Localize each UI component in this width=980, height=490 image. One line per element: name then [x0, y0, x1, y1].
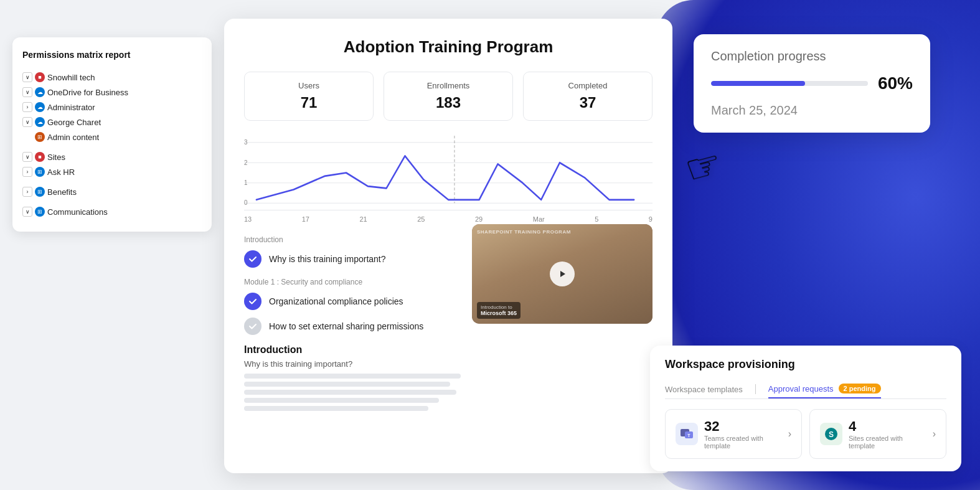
left-panel-title: Permissions matrix report: [22, 50, 202, 60]
chart-x-labels: 13 17 21 25 29 Mar 5 9: [244, 215, 653, 223]
sharepoint-tile-number: 4: [849, 418, 926, 435]
toggle-snowhill[interactable]: ∨: [22, 72, 32, 82]
icon-admincontent: ⊞: [35, 132, 45, 142]
stats-row: Users 71 Enrollments 183 Completed 37: [244, 72, 653, 121]
main-training-card: Adoption Training Program Users 71 Enrol…: [224, 19, 672, 473]
main-layout: Permissions matrix report ∨ ■ Snowhill t…: [0, 0, 980, 490]
tab-workspace-templates[interactable]: Workspace templates: [665, 381, 743, 398]
icon-askhr: ⊞: [35, 167, 45, 177]
tree-item-admincontent[interactable]: ⊞ Admin content: [22, 130, 202, 144]
icon-benefits: ⊞: [35, 187, 45, 197]
play-button[interactable]: [550, 261, 575, 286]
stat-users-label: Users: [255, 81, 363, 90]
text-line-3: [244, 390, 456, 395]
intro-title: Introduction: [244, 344, 461, 356]
toggle-benefits[interactable]: ›: [22, 187, 32, 197]
completion-date: March 25, 2024: [711, 103, 913, 118]
progress-bar-fill: [711, 81, 805, 86]
stat-users-value: 71: [255, 94, 363, 111]
svg-text:1: 1: [244, 179, 248, 186]
icon-onedrive: ☁: [35, 87, 45, 97]
tree-item-sites[interactable]: ∨ ■ Sites: [22, 149, 202, 164]
video-label-line2: Microsoft 365: [481, 310, 517, 316]
tab-approval-requests[interactable]: Approval requests 2 pending: [768, 380, 881, 398]
spacer-admincontent: [22, 132, 32, 142]
check-compliance: [244, 293, 261, 310]
icon-administrator: ☁: [35, 102, 45, 112]
teams-tile-number: 32: [704, 418, 782, 435]
toggle-sites[interactable]: ∨: [22, 152, 32, 162]
text-line-2: [244, 382, 450, 387]
tree-item-benefits[interactable]: › ⊞ Benefits: [22, 184, 202, 199]
label-admincontent: Admin content: [47, 133, 99, 142]
intro-block: Introduction Why is this training import…: [244, 344, 461, 411]
text-line-1: [244, 374, 461, 379]
icon-communications: ⊞: [35, 207, 45, 217]
workspace-tile-teams[interactable]: T 32 Teams created with template ›: [665, 409, 802, 459]
svg-text:3: 3: [244, 139, 248, 146]
x-label-29: 29: [475, 215, 483, 223]
progress-row: 60%: [711, 73, 913, 93]
label-george: George Charet: [47, 118, 101, 127]
tree-item-george[interactable]: ∨ ☁ George Charet: [22, 115, 202, 130]
x-label-5: 5: [595, 215, 598, 223]
label-sites: Sites: [47, 153, 65, 162]
video-label-line1: Introduction to: [481, 304, 517, 310]
workspace-tiles-grid: T 32 Teams created with template › S: [665, 409, 946, 459]
video-thumbnail[interactable]: SHAREPOINT TRAINING PROGRAM Introduction…: [472, 224, 653, 324]
text-line-4: [244, 398, 439, 403]
tree-item-snowhill[interactable]: ∨ ■ Snowhill tech: [22, 70, 202, 85]
tree-item-administrator[interactable]: › ☁ Administrator: [22, 100, 202, 115]
pending-badge: 2 pending: [839, 384, 881, 393]
icon-george: ☁: [35, 117, 45, 127]
label-snowhill: Snowhill tech: [47, 73, 95, 82]
sharepoint-tile-arrow[interactable]: ›: [933, 428, 936, 440]
workspace-provisioning-card: Workspace provisioning Workspace templat…: [650, 346, 961, 471]
video-label: Introduction to Microsoft 365: [477, 302, 521, 319]
svg-marker-9: [560, 271, 565, 277]
chart-svg: 3 2 1 0: [244, 136, 653, 210]
label-onedrive: OneDrive for Business: [47, 88, 128, 97]
toggle-askhr[interactable]: ›: [22, 167, 32, 177]
label-administrator: Administrator: [47, 103, 95, 112]
module-text-sharing: How to set external sharing permissions: [269, 321, 423, 331]
workspace-tabs: Workspace templates Approval requests 2 …: [665, 380, 946, 399]
workspace-tile-sharepoint[interactable]: S 4 Sites created with template ›: [809, 409, 946, 459]
teams-icon: T: [676, 423, 698, 445]
stat-completed-value: 37: [534, 94, 642, 111]
intro-text-lines: [244, 374, 461, 411]
teams-tile-content: 32 Teams created with template: [704, 418, 782, 450]
completion-card: Completion progress 60% March 25, 2024: [694, 34, 930, 133]
stat-completed-label: Completed: [534, 81, 642, 90]
completion-percent: 60%: [878, 73, 913, 93]
training-title: Adoption Training Program: [244, 37, 653, 57]
stat-enrollments-label: Enrollments: [394, 81, 502, 90]
check-why: [244, 250, 261, 268]
teams-tile-arrow[interactable]: ›: [788, 428, 791, 440]
x-label-13: 13: [244, 215, 252, 223]
tree-item-onedrive[interactable]: ∨ ☁ OneDrive for Business: [22, 85, 202, 100]
module-text-why: Why is this training important?: [269, 254, 386, 264]
tab-templates-label: Workspace templates: [665, 385, 743, 394]
toggle-george[interactable]: ∨: [22, 117, 32, 127]
label-communications: Communications: [47, 207, 108, 217]
svg-text:T: T: [687, 433, 690, 438]
tree-item-askhr[interactable]: › ⊞ Ask HR: [22, 164, 202, 179]
toggle-communications[interactable]: ∨: [22, 207, 32, 217]
label-benefits: Benefits: [47, 187, 77, 197]
sharepoint-icon: S: [820, 423, 842, 445]
toggle-onedrive[interactable]: ∨: [22, 87, 32, 97]
tab-divider: [755, 384, 756, 394]
svg-text:2: 2: [244, 159, 248, 166]
x-label-mar: Mar: [533, 215, 545, 223]
text-line-5: [244, 406, 428, 411]
module-text-compliance: Organizational compliance policies: [269, 296, 403, 306]
stat-users: Users 71: [244, 72, 374, 121]
completion-title: Completion progress: [711, 49, 913, 64]
stat-enrollments-value: 183: [394, 94, 502, 111]
tree-item-communications[interactable]: ∨ ⊞ Communications: [22, 204, 202, 219]
x-label-17: 17: [302, 215, 309, 223]
toggle-administrator[interactable]: ›: [22, 102, 32, 112]
teams-tile-label: Teams created with template: [704, 435, 782, 450]
intro-subtitle: Why is this training important?: [244, 359, 461, 369]
